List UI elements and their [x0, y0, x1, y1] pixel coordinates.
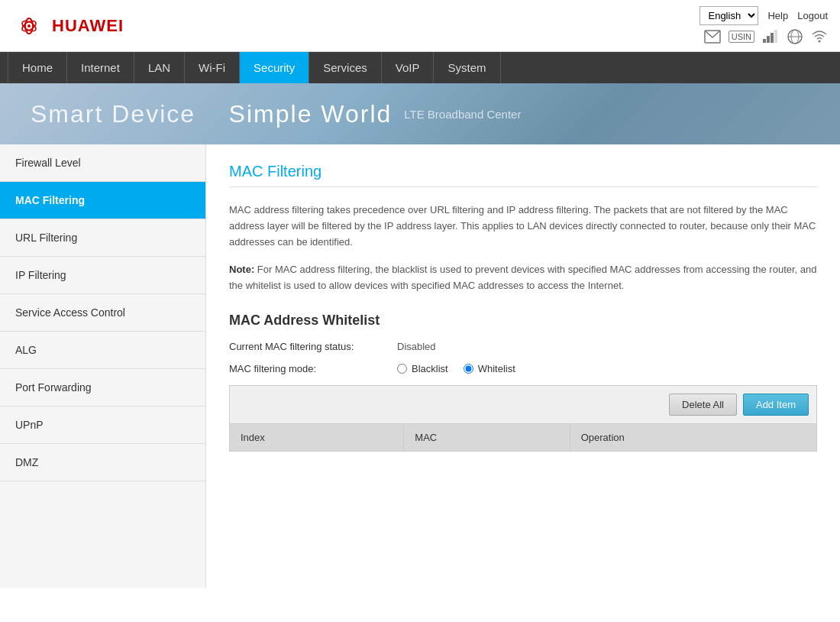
sidebar-item-alg[interactable]: ALG — [0, 332, 205, 369]
mac-table: Index MAC Operation — [229, 423, 817, 452]
table-area: Delete All Add Item Index MAC Operation — [229, 385, 817, 452]
logo-area: HUAWEI — [12, 11, 124, 41]
logo-text: HUAWEI — [52, 16, 124, 36]
col-mac: MAC — [404, 423, 570, 451]
col-index: Index — [230, 423, 404, 451]
signal-icon — [762, 30, 779, 44]
sidebar-item-ip-filtering[interactable]: IP Filtering — [0, 257, 205, 294]
table-header-row: Index MAC Operation — [230, 423, 817, 451]
globe-icon — [787, 28, 803, 45]
status-row: Current MAC filtering status: Disabled — [229, 341, 817, 352]
status-value: Disabled — [397, 341, 436, 352]
title-divider — [229, 186, 817, 187]
page-title: MAC Filtering — [229, 163, 817, 180]
nav-lan[interactable]: LAN — [134, 52, 185, 83]
nav-voip[interactable]: VoIP — [382, 52, 435, 83]
col-operation: Operation — [570, 423, 816, 451]
svg-rect-7 — [767, 36, 770, 43]
svg-point-4 — [27, 24, 31, 28]
status-label: Current MAC filtering status: — [229, 341, 397, 352]
sidebar-item-mac-filtering[interactable]: MAC Filtering — [0, 182, 205, 219]
nav-security[interactable]: Security — [240, 52, 309, 83]
content-area: MAC Filtering MAC address filtering take… — [206, 144, 840, 588]
language-selector-wrap[interactable]: English — [699, 6, 758, 25]
add-item-button[interactable]: Add Item — [743, 394, 809, 416]
svg-rect-6 — [763, 39, 766, 43]
top-right-area: English Help Logout USIN — [699, 6, 828, 45]
mode-label: MAC filtering mode: — [229, 363, 397, 374]
sidebar-item-upnp[interactable]: UPnP — [0, 407, 205, 444]
section-title: MAC Address Whitelist — [229, 313, 817, 329]
logout-link[interactable]: Logout — [797, 10, 828, 21]
sidebar: Firewall Level MAC Filtering URL Filteri… — [0, 144, 206, 588]
nav-home[interactable]: Home — [8, 52, 67, 83]
note-label: Note: — [229, 264, 254, 275]
blacklist-radio[interactable] — [397, 364, 407, 374]
nav-internet[interactable]: Internet — [67, 52, 134, 83]
svg-point-13 — [819, 40, 821, 43]
banner-text1: Smart Device Simple World — [31, 100, 392, 128]
sidebar-item-url-filtering[interactable]: URL Filtering — [0, 219, 205, 257]
whitelist-label: Whitelist — [478, 363, 515, 374]
note-content: For MAC address filtering, the blacklist… — [229, 264, 817, 291]
mode-row: MAC filtering mode: Blacklist Whitelist — [229, 363, 817, 374]
note-text: Note: For MAC address filtering, the bla… — [229, 262, 817, 294]
wifi-icon — [811, 30, 828, 44]
whitelist-option[interactable]: Whitelist — [464, 363, 515, 374]
nav-wifi[interactable]: Wi-Fi — [185, 52, 240, 83]
top-right-controls: English Help Logout — [699, 6, 828, 25]
whitelist-radio[interactable] — [464, 364, 473, 374]
delete-all-button[interactable]: Delete All — [669, 394, 737, 416]
top-bar: HUAWEI English Help Logout USIN — [0, 0, 840, 52]
banner: Smart Device Simple World LTE Broadband … — [0, 83, 840, 144]
table-buttons: Delete All Add Item — [229, 385, 817, 423]
main-nav: Home Internet LAN Wi-Fi Security Service… — [0, 52, 840, 83]
mode-radio-group: Blacklist Whitelist — [397, 363, 515, 374]
blacklist-option[interactable]: Blacklist — [397, 363, 448, 374]
language-select[interactable]: English — [699, 6, 758, 25]
status-icons: USIN — [704, 28, 828, 45]
svg-rect-9 — [774, 30, 777, 43]
svg-rect-8 — [771, 33, 774, 43]
sidebar-item-service-access-control[interactable]: Service Access Control — [0, 294, 205, 332]
main-layout: Firewall Level MAC Filtering URL Filteri… — [0, 144, 840, 588]
description-text: MAC address filtering takes precedence o… — [229, 202, 817, 250]
usim-icon: USIN — [729, 31, 754, 43]
blacklist-label: Blacklist — [412, 363, 448, 374]
huawei-logo-icon — [12, 11, 46, 41]
sidebar-item-dmz[interactable]: DMZ — [0, 444, 205, 481]
help-link[interactable]: Help — [767, 10, 788, 21]
email-icon — [704, 30, 721, 44]
sidebar-item-port-forwarding[interactable]: Port Forwarding — [0, 369, 205, 407]
nav-system[interactable]: System — [434, 52, 500, 83]
nav-services[interactable]: Services — [309, 52, 382, 83]
banner-subtitle: LTE Broadband Center — [404, 108, 521, 121]
sidebar-item-firewall-level[interactable]: Firewall Level — [0, 144, 205, 182]
